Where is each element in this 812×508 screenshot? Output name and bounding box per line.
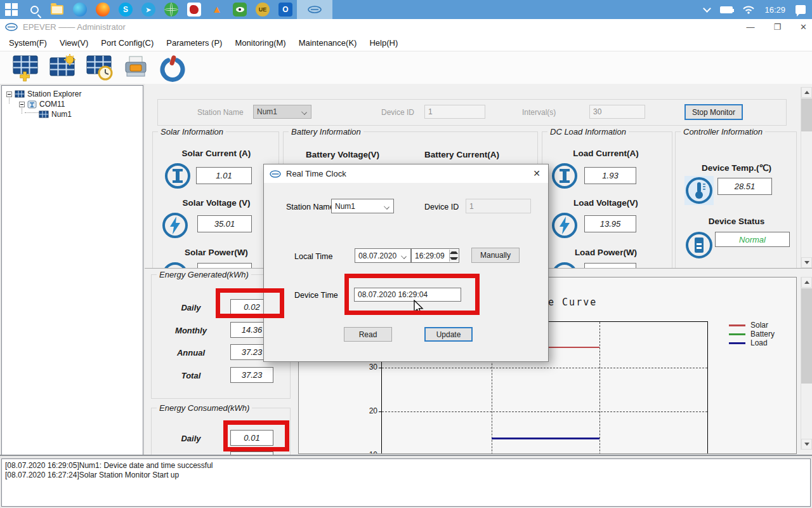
solar-power-value [197,263,252,268]
menu-system[interactable]: System(F) [9,38,47,48]
message-log: [08.07.2020 16:29:05]Num1: Device date a… [1,458,811,507]
local-time-spinner[interactable]: 16:29:09 [411,248,459,263]
search-icon[interactable] [23,0,46,19]
tick [379,411,382,412]
tree-label-port: COM11 [39,100,65,109]
red-splat-app-icon[interactable] [183,0,206,19]
annotation-box-energy-daily [216,288,284,318]
voltage-bolt-icon [162,212,188,239]
eye-icon [233,3,247,17]
station-name-select[interactable]: Num1 [253,105,311,119]
taskbar-active-app-epever[interactable] [297,0,332,19]
collapse-icon[interactable] [6,91,12,97]
controller-group-title: Controller Information [681,127,765,137]
tray-clock[interactable]: 16:29 [764,5,785,15]
station-explorer-tree: Station Explorer COM11 Num1 [1,85,143,456]
skype-icon[interactable]: S [114,0,137,19]
controller-information-group: Controller Information Device Temp.(℃) 2… [675,131,797,268]
menu-parameters[interactable]: Parameters (P) [166,38,222,48]
menu-help[interactable]: Help(H) [369,38,398,48]
spin-up-icon[interactable] [450,250,458,256]
legend-swatch-load [729,342,745,344]
local-date-picker[interactable]: 08.07.2020 [355,248,411,263]
close-icon[interactable]: ✕ [800,22,807,32]
power-gauge-icon [162,262,188,268]
toolbar [0,51,812,84]
add-station-button[interactable] [10,53,42,83]
spin-down-icon[interactable] [450,256,458,262]
edge-icon [73,3,87,17]
station-monitor-button[interactable] [47,53,79,83]
outlook-icon[interactable]: O [274,0,297,19]
solar-panel-sun-icon [48,54,77,82]
globe-app-icon[interactable] [160,0,183,19]
dialog-title: Real Time Clock [286,169,346,178]
tree-item-com11[interactable]: COM11 [19,100,65,109]
exit-button[interactable] [157,53,189,83]
top-scrollbar[interactable] [801,87,811,268]
energy-gen-total-label: Total [159,371,223,380]
ultraiso-icon[interactable]: UE [251,0,274,19]
solar-panel-clock-icon [85,54,114,82]
scroll-down-icon[interactable] [801,257,812,268]
printer-icon [122,54,151,82]
collapse-icon[interactable] [19,102,25,107]
green-eye-app-icon[interactable] [228,0,251,19]
controller-device-icon [684,231,714,260]
scroll-up-icon[interactable] [801,277,812,288]
menu-maintenance[interactable]: Maintenance(K) [299,38,357,48]
telegram-icon[interactable]: ➤ [137,0,160,19]
solar-panel-plus-icon [11,54,41,82]
read-button[interactable]: Read [344,327,392,342]
current-icon [164,163,191,189]
station-name-value: Num1 [257,107,277,116]
dialog-close-icon[interactable]: ✕ [533,168,540,178]
scroll-thumb[interactable] [801,98,812,131]
update-button[interactable]: Update [424,327,473,342]
real-time-clock-button[interactable] [84,53,115,83]
stop-monitor-button[interactable]: Stop Monitor [684,104,743,120]
legend-label-load: Load [750,338,768,347]
battery-icon[interactable] [720,6,733,13]
vlc-icon[interactable]: ▲ [206,0,228,19]
energy-generated-title: Energy Generated(kWh) [157,272,251,279]
scroll-down-icon[interactable] [801,439,812,450]
energy-consumed-title: Energy Consumed(kWh) [157,403,252,413]
menu-port-config[interactable]: Port Config(C) [101,38,154,48]
local-time-value: 16:29:09 [415,251,445,260]
notification-center-icon[interactable] [796,5,806,14]
wifi-icon[interactable] [743,5,754,14]
load-power-label: Load Power(W) [549,248,663,257]
dialog-titlebar: Real Time Clock [264,164,548,183]
firefox-icon[interactable] [91,0,114,19]
restore-icon[interactable]: ❐ [773,22,781,32]
chevron-down-icon [401,253,407,259]
print-button[interactable] [121,53,152,83]
window-controls: — ❐ ✕ [746,19,807,35]
dialog-station-name-select[interactable]: Num1 [331,199,394,213]
load-curve-line [492,438,599,439]
device-temp-value: 28.51 [717,178,772,195]
epever-logo-icon [308,6,322,13]
file-explorer-icon[interactable] [46,0,69,19]
interval-label: Interval(s) [522,108,556,117]
manually-button[interactable]: Manually [471,248,520,263]
scroll-thumb[interactable] [801,288,812,384]
menu-monitoring[interactable]: Monitoring(M) [235,38,285,48]
bottom-scrollbar[interactable] [801,277,811,450]
minimize-icon[interactable]: — [746,22,754,32]
gridline [599,322,600,454]
screen: S ➤ ▲ UE [0,0,812,508]
ytick-20: 20 [360,406,377,415]
tree-item-station-explorer[interactable]: Station Explorer [6,90,81,98]
edge-browser-icon[interactable] [69,0,91,19]
windows-start-icon[interactable] [0,0,23,19]
gridline [382,411,707,412]
tree-item-num1[interactable]: Num1 [39,110,72,119]
menu-view[interactable]: View(V) [60,38,88,48]
scroll-up-icon[interactable] [801,87,812,98]
epever-logo-icon [270,170,281,178]
tray-chevron-icon[interactable] [704,4,712,13]
chevron-down-icon [301,109,307,115]
monitor-control-bar: Station Name Num1 Device ID 1 Interval(s… [157,99,787,126]
